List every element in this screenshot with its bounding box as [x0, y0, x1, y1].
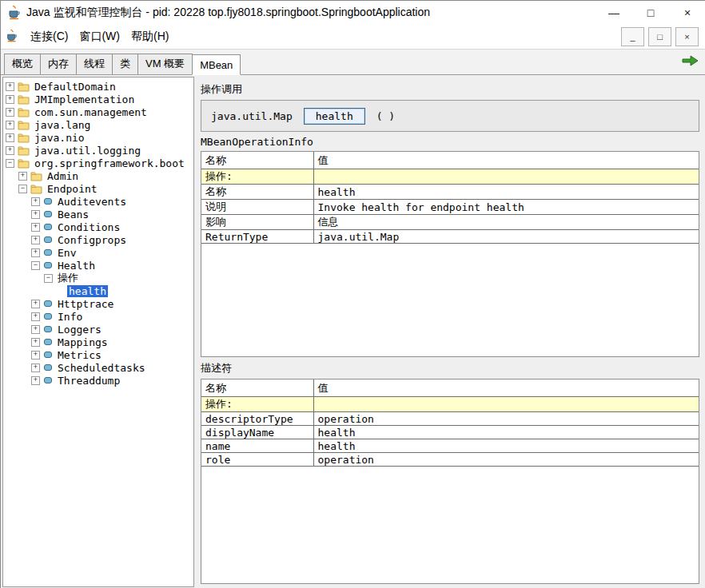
- name-cell[interactable]: role: [201, 453, 313, 467]
- tree-item-operations[interactable]: −操作: [3, 272, 193, 284]
- title-bar[interactable]: Java 监视和管理控制台 - pid: 20228 top.fjy8018.s…: [1, 1, 705, 25]
- value-cell[interactable]: [313, 169, 699, 185]
- window-controls: — □ ×: [595, 1, 705, 25]
- name-cell[interactable]: displayName: [201, 426, 313, 439]
- invoke-health-button[interactable]: health: [304, 108, 365, 125]
- mdi-minimize-icon[interactable]: _: [621, 27, 644, 46]
- bean-icon: [43, 209, 53, 219]
- collapse-icon[interactable]: −: [6, 159, 14, 168]
- tree-item-conditions[interactable]: +Conditions: [3, 220, 193, 233]
- tree-item-info[interactable]: +Info: [3, 310, 193, 323]
- expand-icon[interactable]: +: [6, 95, 14, 104]
- tree-item-jmimplementation[interactable]: +JMImplementation: [3, 93, 193, 105]
- expand-icon[interactable]: +: [18, 172, 27, 181]
- expand-icon[interactable]: +: [31, 223, 40, 232]
- table-row: 操作:: [201, 397, 699, 412]
- value-cell[interactable]: Invoke health for endpoint health: [313, 200, 699, 215]
- tree-item-scheduledtasks[interactable]: +Scheduledtasks: [3, 361, 193, 374]
- tree-item-label: Loggers: [56, 324, 103, 336]
- tree-item-env[interactable]: +Env: [3, 246, 193, 259]
- name-cell[interactable]: 影响: [201, 215, 313, 230]
- tree-item-health[interactable]: −Health: [3, 259, 193, 272]
- expand-icon[interactable]: +: [6, 133, 14, 142]
- column-header-0[interactable]: 名称: [201, 379, 313, 397]
- expand-icon[interactable]: +: [31, 376, 40, 385]
- tree-item-label: DefaultDomain: [33, 81, 118, 93]
- menu-connection[interactable]: 连接(C): [25, 26, 74, 47]
- tree-item-auditevents[interactable]: +Auditevents: [3, 195, 193, 208]
- value-cell[interactable]: java.util.Map: [313, 230, 699, 244]
- bean-icon: [43, 260, 53, 270]
- mdi-restore-icon[interactable]: □: [648, 27, 671, 46]
- jconsole-window: Java 监视和管理控制台 - pid: 20228 top.fjy8018.s…: [0, 0, 705, 588]
- expand-icon[interactable]: +: [31, 197, 40, 206]
- tree-item-java-util-logging[interactable]: +java.util.logging: [3, 144, 193, 157]
- collapse-icon[interactable]: −: [18, 185, 27, 193]
- expand-icon[interactable]: +: [31, 312, 40, 321]
- tree-item-com-sun-management[interactable]: +com.sun.management: [3, 105, 193, 118]
- expand-icon[interactable]: +: [31, 300, 40, 308]
- tab-memory[interactable]: 内存: [40, 54, 77, 74]
- tab-vm-summary[interactable]: VM 概要: [137, 54, 193, 74]
- name-cell[interactable]: 名称: [201, 185, 313, 200]
- expand-icon[interactable]: +: [31, 236, 40, 244]
- close-icon[interactable]: ×: [669, 1, 705, 25]
- name-cell[interactable]: 说明: [201, 200, 313, 215]
- tree-item-defaultdomain[interactable]: +DefaultDomain: [3, 80, 193, 93]
- minimize-icon[interactable]: —: [595, 1, 632, 25]
- tree-item-endpoint[interactable]: −Endpoint: [3, 182, 193, 195]
- tree-item-health-operation[interactable]: health: [3, 284, 193, 297]
- tree-item-beans[interactable]: +Beans: [3, 208, 193, 220]
- tree-item-admin[interactable]: +Admin: [3, 169, 193, 182]
- maximize-icon[interactable]: □: [632, 1, 669, 25]
- value-cell[interactable]: health: [313, 439, 699, 453]
- value-cell[interactable]: health: [313, 185, 699, 200]
- column-header-1[interactable]: 值: [313, 152, 699, 169]
- tree-item-java-lang[interactable]: +java.lang: [3, 118, 193, 131]
- column-header-1[interactable]: 值: [313, 379, 699, 397]
- menu-bar: 连接(C) 窗口(W) 帮助(H) _ □ ×: [1, 25, 705, 50]
- collapse-icon[interactable]: −: [44, 274, 53, 283]
- expand-icon[interactable]: +: [6, 82, 14, 91]
- value-cell[interactable]: health: [313, 426, 699, 439]
- bean-icon: [43, 222, 53, 232]
- tree-item-loggers[interactable]: +Loggers: [3, 323, 193, 336]
- tab-classes[interactable]: 类: [112, 54, 138, 74]
- connection-status-icon[interactable]: [682, 55, 699, 66]
- value-cell[interactable]: operation: [313, 412, 699, 426]
- expand-icon[interactable]: +: [31, 338, 40, 347]
- tree-item-java-nio[interactable]: +java.nio: [3, 131, 193, 144]
- tree-item-threaddump[interactable]: +Threaddump: [3, 374, 193, 387]
- expand-icon[interactable]: +: [31, 325, 40, 334]
- expand-icon[interactable]: +: [31, 364, 40, 372]
- tree-item-org-springframework-boot[interactable]: −org.springframework.boot: [3, 157, 193, 169]
- tab-threads[interactable]: 线程: [76, 54, 113, 74]
- expand-icon[interactable]: +: [6, 108, 14, 117]
- mdi-close-icon[interactable]: ×: [675, 27, 699, 46]
- value-cell[interactable]: [313, 397, 699, 412]
- tree-item-mappings[interactable]: +Mappings: [3, 336, 193, 348]
- tab-mbeans[interactable]: MBean: [192, 54, 241, 75]
- tree-item-configprops[interactable]: +Configprops: [3, 233, 193, 246]
- name-cell[interactable]: 操作:: [201, 397, 313, 412]
- name-cell[interactable]: 操作:: [201, 169, 313, 185]
- tab-overview[interactable]: 概览: [4, 54, 41, 74]
- name-cell[interactable]: name: [201, 439, 313, 453]
- expand-icon[interactable]: +: [31, 351, 40, 360]
- menu-window[interactable]: 窗口(W): [74, 26, 125, 47]
- tree-item-httptrace[interactable]: +Httptrace: [3, 297, 193, 310]
- tree-item-label: Scheduledtasks: [56, 362, 147, 374]
- name-cell[interactable]: ReturnType: [201, 230, 313, 244]
- column-header-0[interactable]: 名称: [201, 152, 313, 169]
- expand-icon[interactable]: +: [6, 146, 14, 155]
- expand-icon[interactable]: +: [31, 210, 40, 219]
- tree-item-metrics[interactable]: +Metrics: [3, 348, 193, 361]
- expand-icon[interactable]: +: [6, 121, 14, 129]
- collapse-icon[interactable]: −: [31, 261, 40, 270]
- value-cell[interactable]: 信息: [313, 215, 699, 230]
- menu-help[interactable]: 帮助(H): [125, 26, 174, 47]
- tree-item-label: Auditevents: [56, 196, 128, 208]
- value-cell[interactable]: operation: [313, 453, 699, 467]
- expand-icon[interactable]: +: [31, 248, 40, 257]
- name-cell[interactable]: descriptorType: [201, 412, 313, 426]
